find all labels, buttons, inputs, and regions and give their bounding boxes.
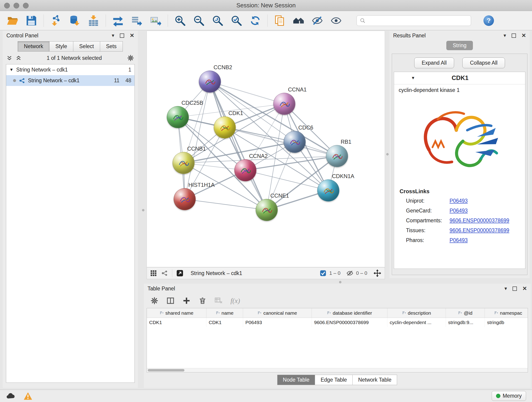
network-node-CCNA1[interactable] bbox=[273, 93, 295, 115]
tab-edge-table[interactable]: Edge Table bbox=[315, 375, 353, 385]
column-header-description[interactable]: description bbox=[387, 308, 446, 318]
expand-tree-icon[interactable] bbox=[16, 55, 22, 61]
table-horizontal-scrollbar[interactable] bbox=[147, 368, 528, 372]
network-edge-CCNA2-CDKN1A[interactable] bbox=[245, 170, 328, 191]
detach-view-button[interactable] bbox=[177, 270, 183, 277]
memory-button[interactable]: Memory bbox=[492, 391, 526, 401]
table-row[interactable]: CDK1CDK1P064939606.ENSP00000378699cyclin… bbox=[147, 318, 528, 327]
network-node-CCNB2[interactable] bbox=[199, 70, 221, 93]
warning-icon[interactable] bbox=[23, 392, 32, 400]
help-button[interactable]: ? bbox=[482, 14, 495, 27]
tab-style[interactable]: Style bbox=[49, 41, 73, 51]
network-node-RB1[interactable] bbox=[326, 145, 348, 167]
zoom-out-button[interactable] bbox=[192, 14, 206, 27]
crosslink-link[interactable]: P06493 bbox=[450, 208, 468, 214]
panel-menu-icon[interactable]: ▾ bbox=[504, 33, 506, 38]
column-header-canonical-name[interactable]: canonical name bbox=[243, 308, 312, 318]
network-edge-CCNB2-CCNE1[interactable] bbox=[210, 82, 267, 210]
zoom-fit-button[interactable] bbox=[211, 14, 224, 27]
swap-networks-button[interactable] bbox=[111, 14, 125, 27]
network-options-gear-icon[interactable] bbox=[127, 54, 134, 62]
function-builder-button[interactable]: f(x) bbox=[230, 297, 240, 305]
left-splitter-handle[interactable] bbox=[142, 209, 144, 211]
crosslink-link[interactable]: 9606.ENSP00000378699 bbox=[450, 217, 509, 224]
show-columns-button[interactable] bbox=[166, 297, 175, 305]
minimize-window-button[interactable] bbox=[13, 3, 19, 8]
maximize-window-button[interactable] bbox=[23, 3, 29, 8]
apply-layout-button[interactable] bbox=[249, 14, 262, 27]
zoom-selected-button[interactable] bbox=[230, 14, 243, 27]
string-logo-icon[interactable] bbox=[161, 270, 168, 277]
table-cell-shared-name[interactable]: CDK1 bbox=[147, 318, 206, 327]
birdseye-grid-icon[interactable] bbox=[150, 270, 157, 277]
table-cell-namespac[interactable]: stringdb bbox=[485, 318, 528, 327]
table-cell-canonical-name[interactable]: P06493 bbox=[243, 318, 312, 327]
collapse-all-button[interactable]: Collapse All bbox=[462, 57, 505, 68]
expand-all-button[interactable]: Expand All bbox=[414, 57, 454, 68]
network-row[interactable]: String Network – cdk1 11 48 bbox=[6, 75, 134, 86]
hide-glass-button[interactable] bbox=[311, 14, 324, 27]
export-image-button[interactable] bbox=[149, 14, 162, 27]
collapse-tree-icon[interactable] bbox=[6, 55, 12, 61]
tab-network-table[interactable]: Network Table bbox=[352, 375, 397, 385]
hidden-eye-slash-icon[interactable] bbox=[346, 270, 353, 277]
panel-close-icon[interactable]: ✕ bbox=[130, 33, 134, 38]
tab-node-table[interactable]: Node Table bbox=[277, 375, 315, 385]
column-header-database-identifier[interactable]: database identifier bbox=[312, 308, 387, 318]
panel-float-icon[interactable] bbox=[512, 33, 516, 38]
network-node-CCNA2[interactable] bbox=[234, 159, 256, 181]
crosslink-link[interactable]: P06493 bbox=[450, 198, 468, 204]
cloud-status-icon[interactable] bbox=[6, 392, 16, 400]
protein-header-row[interactable]: ▼ CDK1 bbox=[394, 72, 525, 84]
change-network-button[interactable] bbox=[292, 14, 305, 27]
network-edge-HIST1H1A-CCNE1[interactable] bbox=[185, 199, 267, 210]
import-table-button[interactable] bbox=[87, 14, 100, 27]
import-network-file-button[interactable] bbox=[49, 14, 63, 27]
close-window-button[interactable] bbox=[4, 3, 10, 8]
selected-checkbox-icon[interactable] bbox=[320, 270, 326, 277]
table-cell-id[interactable]: stringdb:9... bbox=[446, 318, 485, 327]
search-input[interactable] bbox=[368, 18, 468, 24]
bottom-splitter-handle[interactable] bbox=[339, 281, 341, 283]
panel-menu-icon[interactable]: ▾ bbox=[112, 33, 114, 38]
delete-column-button[interactable] bbox=[198, 297, 207, 305]
table-cell-name[interactable]: CDK1 bbox=[206, 318, 243, 327]
network-node-CDC25B[interactable] bbox=[167, 106, 189, 128]
panel-menu-icon[interactable]: ▾ bbox=[505, 286, 507, 291]
tab-network[interactable]: Network bbox=[18, 41, 49, 51]
network-edge-CCNB2-CCNA1[interactable] bbox=[210, 82, 284, 104]
column-header-shared-name[interactable]: shared name bbox=[147, 308, 206, 318]
column-header-id[interactable]: @id bbox=[446, 308, 485, 318]
network-node-CCNB1[interactable] bbox=[172, 152, 195, 174]
right-splitter-handle[interactable] bbox=[386, 153, 389, 155]
zoom-in-button[interactable] bbox=[173, 14, 187, 27]
column-header-namespac[interactable]: namespac bbox=[485, 308, 528, 318]
network-node-CDC6[interactable] bbox=[284, 131, 306, 153]
save-session-button[interactable] bbox=[25, 14, 38, 27]
table-settings-button[interactable] bbox=[150, 297, 158, 305]
network-node-HIST1H1A[interactable] bbox=[174, 188, 196, 210]
string-results-tab[interactable]: String bbox=[446, 41, 473, 50]
disclosure-triangle-icon[interactable]: ▼ bbox=[9, 67, 13, 72]
panel-close-icon[interactable]: ✕ bbox=[522, 286, 527, 291]
panel-close-icon[interactable]: ✕ bbox=[521, 33, 526, 38]
network-canvas[interactable]: CCNB2CCNA1CDC25BCDK1CDC6RB1CCNB1CCNA2CDK… bbox=[147, 31, 385, 267]
open-session-button[interactable] bbox=[6, 14, 19, 27]
crosslink-link[interactable]: P06493 bbox=[450, 237, 468, 243]
tab-sets[interactable]: Sets bbox=[100, 41, 123, 51]
column-header-name[interactable]: name bbox=[206, 308, 243, 318]
create-column-button[interactable] bbox=[182, 297, 191, 305]
import-network-database-button[interactable] bbox=[68, 14, 81, 27]
fit-move-icon[interactable] bbox=[373, 269, 381, 277]
scrollbar-thumb[interactable] bbox=[148, 369, 184, 371]
panel-float-icon[interactable] bbox=[513, 287, 517, 291]
network-node-CDK1[interactable] bbox=[214, 116, 236, 138]
session-report-button[interactable] bbox=[273, 14, 286, 27]
table-cell-description[interactable]: cyclin-dependent ... bbox=[387, 318, 446, 327]
protein-disclosure-icon[interactable]: ▼ bbox=[411, 76, 415, 80]
tab-select[interactable]: Select bbox=[73, 41, 100, 51]
crosslink-link[interactable]: 9606.ENSP00000378699 bbox=[450, 227, 509, 234]
table-cell-database-identifier[interactable]: 9606.ENSP00000378699 bbox=[312, 318, 387, 327]
network-node-CCNE1[interactable] bbox=[256, 199, 278, 221]
network-collection-row[interactable]: ▼ String Network – cdk1 1 bbox=[6, 64, 134, 75]
